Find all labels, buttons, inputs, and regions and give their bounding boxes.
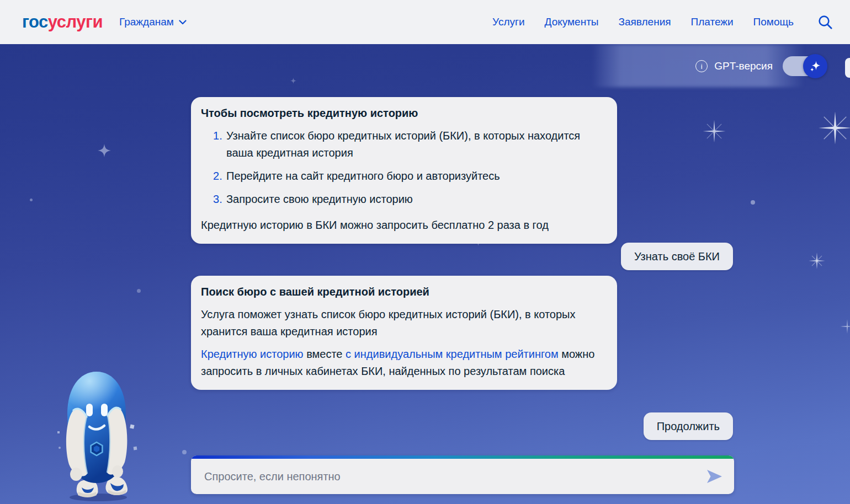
sparkle-star bbox=[98, 144, 111, 159]
step-item-3: Запросите свою кредитную историю bbox=[213, 191, 607, 208]
gosuslugi-logo[interactable]: госуслуги bbox=[22, 12, 103, 32]
gpt-version-toggle[interactable] bbox=[783, 56, 826, 76]
sparkle-star bbox=[702, 119, 726, 146]
quick-reply-uznat-bki-button[interactable]: Узнать своё БКИ bbox=[621, 243, 733, 270]
search-icon[interactable] bbox=[817, 14, 833, 30]
audience-selector[interactable]: Гражданам bbox=[119, 16, 187, 28]
nav-item-dokumenty[interactable]: Документы bbox=[545, 16, 599, 28]
step-item-1: Узнайте список бюро кредитных историй (Б… bbox=[213, 127, 607, 162]
step-item-2: Перейдите на сайт кредитного бюро и авто… bbox=[213, 168, 607, 185]
composer-gradient-bar bbox=[191, 455, 734, 459]
card-paragraph: Услуга поможет узнать список бюро кредит… bbox=[201, 306, 607, 340]
card-title: Чтобы посмотреть кредитную историю bbox=[201, 105, 607, 122]
quick-reply-continue-button[interactable]: Продолжить bbox=[644, 412, 733, 440]
credit-history-link[interactable]: Кредитную историю bbox=[201, 348, 304, 360]
sparkle-star bbox=[808, 252, 826, 272]
logo-text-red: услуги bbox=[48, 12, 103, 31]
chat-input[interactable] bbox=[191, 470, 705, 483]
logo-text-blue: гос bbox=[22, 12, 48, 31]
sparkle-dot bbox=[751, 200, 755, 205]
edge-cut-element bbox=[845, 58, 850, 78]
main-nav: Услуги Документы Заявления Платежи Помощ… bbox=[492, 14, 833, 30]
nav-item-uslugi[interactable]: Услуги bbox=[492, 16, 524, 28]
sparkle-dot bbox=[182, 450, 187, 454]
sparkle-icon bbox=[809, 60, 822, 73]
sparkle-star bbox=[817, 110, 850, 148]
gpt-version-label: GPT-версия bbox=[714, 60, 773, 72]
gpt-version-toolbar: i GPT-версия bbox=[695, 56, 826, 76]
gosuslugi-gpt-chat-page: госуслуги Гражданам Услуги Документы Зая… bbox=[0, 0, 850, 504]
chat-composer bbox=[191, 455, 734, 494]
card-title: Поиск бюро с вашей кредитной историей bbox=[201, 283, 607, 301]
robot-mascot bbox=[55, 365, 138, 503]
card-paragraph-links: Кредитную историю вместе с индивидуальны… bbox=[201, 346, 607, 380]
audience-label: Гражданам bbox=[119, 16, 174, 28]
sparkle-star bbox=[840, 319, 850, 336]
toggle-knob bbox=[803, 54, 827, 78]
chevron-down-icon bbox=[179, 20, 187, 25]
steps-list: Узнайте список бюро кредитных историй (Б… bbox=[201, 127, 607, 208]
send-arrow-icon[interactable] bbox=[705, 468, 723, 485]
sparkle-star bbox=[290, 76, 296, 86]
nav-item-platezhi[interactable]: Платежи bbox=[691, 16, 734, 28]
card-note: Кредитную историю в БКИ можно запросить … bbox=[201, 217, 607, 234]
sparkle-dot bbox=[137, 289, 141, 293]
credit-rating-link[interactable]: с индивидуальным кредитным рейтингом bbox=[346, 348, 559, 360]
sparkle-dot bbox=[30, 199, 33, 201]
bot-message-card-bureau-search: Поиск бюро с вашей кредитной историей Ус… bbox=[191, 276, 617, 390]
info-icon[interactable]: i bbox=[695, 60, 708, 72]
chat-background: i GPT-версия Чтобы посмотреть кредитную … bbox=[0, 44, 850, 504]
nav-item-zayavleniya[interactable]: Заявления bbox=[619, 16, 671, 28]
plain-text: вместе bbox=[304, 348, 346, 360]
nav-item-pomosch[interactable]: Помощь bbox=[753, 16, 794, 28]
bot-message-card-credit-history: Чтобы посмотреть кредитную историю Узнай… bbox=[191, 97, 617, 244]
top-navbar: госуслуги Гражданам Услуги Документы Зая… bbox=[0, 0, 850, 44]
